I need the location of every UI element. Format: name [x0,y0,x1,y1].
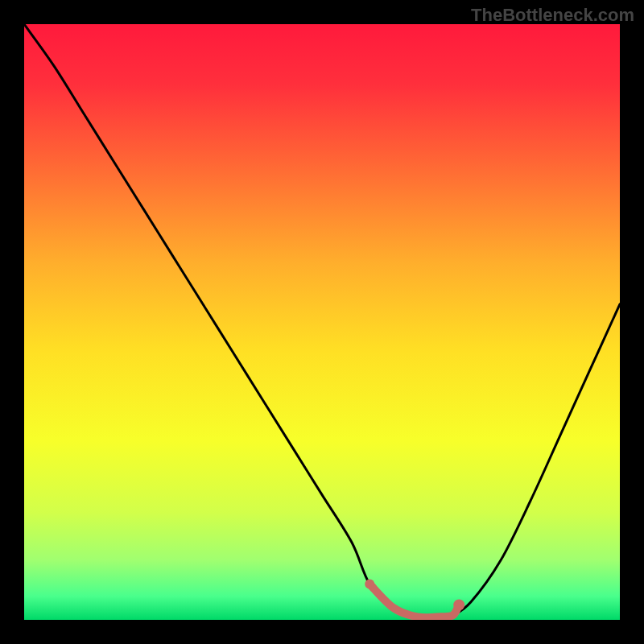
optimum-start-dot [365,580,374,589]
bottleneck-curve [24,24,620,617]
watermark-label: TheBottleneck.com [471,5,634,26]
plot-area [24,24,620,620]
chart-svg [24,24,620,620]
optimum-end-dot [453,600,464,611]
optimum-segment [369,584,459,618]
